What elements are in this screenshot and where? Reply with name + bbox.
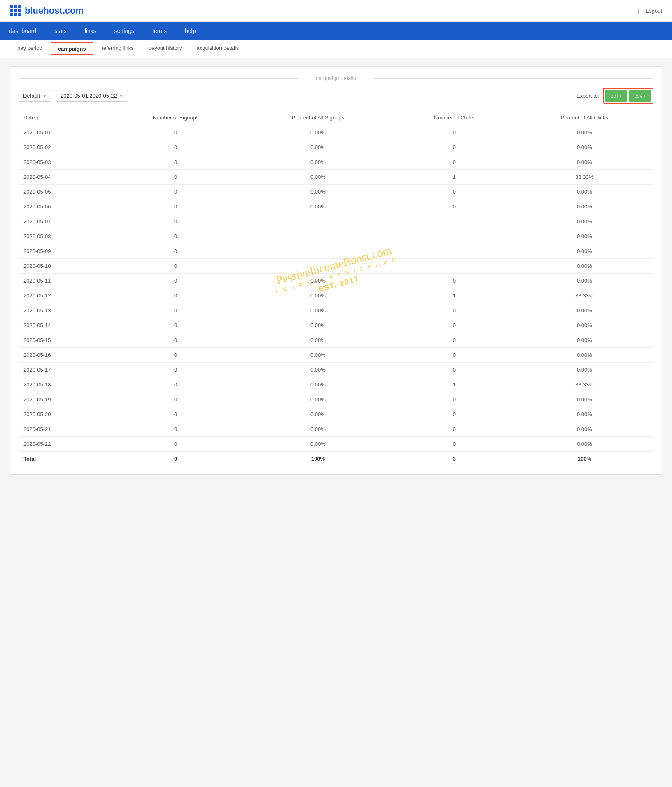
default-select-label: Default [23, 93, 40, 99]
cell-signups: 0 [108, 140, 243, 155]
default-select-arrow-icon: ▼ [42, 94, 47, 98]
cell-clicks: 0 [393, 274, 516, 288]
nav-item-terms[interactable]: terms [143, 22, 176, 40]
campaign-card-title: campaign details [19, 75, 653, 81]
subnav-payout-history[interactable]: payout history [141, 40, 189, 58]
table-row: 2020-05-02 0 0.00% 0 0.00% [19, 140, 653, 155]
subnav-referring-links[interactable]: referring links [94, 40, 141, 58]
cell-pct-clicks: 0.00% [516, 125, 653, 140]
cell-pct-clicks: 0.00% [516, 392, 653, 407]
cell-date: 2020-05-07 [19, 214, 108, 229]
cell-signups: 0 [108, 303, 243, 318]
cell-signups: 0 [108, 229, 243, 244]
cell-date: 2020-05-05 [19, 185, 108, 199]
cell-pct-clicks: 0.00% [516, 140, 653, 155]
cell-pct-signups: 0.00% [243, 274, 393, 288]
cell-clicks: 0 [393, 303, 516, 318]
subnav-pay-period[interactable]: pay period [10, 40, 50, 58]
cell-pct-clicks: 33.33% [516, 377, 653, 392]
cell-signups: 0 [108, 333, 243, 348]
cell-signups: 0 [108, 199, 243, 214]
cell-pct-signups: 0.00% [243, 185, 393, 199]
cell-date: 2020-05-12 [19, 288, 108, 303]
cell-pct-clicks: 0.00% [516, 407, 653, 422]
cell-clicks [393, 244, 516, 259]
cell-pct-signups: 0.00% [243, 422, 393, 437]
cell-clicks: 0 [393, 363, 516, 377]
cell-pct-clicks: 0.00% [516, 199, 653, 214]
cell-pct-clicks: 0.00% [516, 244, 653, 259]
nav-item-dashboard[interactable]: dashboard [0, 22, 45, 40]
cell-pct-signups: 0.00% [243, 155, 393, 170]
cell-clicks: 0 [393, 318, 516, 333]
default-select[interactable]: Default ▼ [19, 90, 51, 102]
col-date: Date ↓ [19, 110, 108, 125]
cell-pct-clicks: 0.00% [516, 274, 653, 288]
nav-item-links[interactable]: links [76, 22, 105, 40]
cell-date: 2020-05-22 [19, 437, 108, 452]
col-pct-signups: Percent of All Signups [243, 110, 393, 125]
nav-item-settings[interactable]: settings [105, 22, 143, 40]
cell-signups: 0 [108, 407, 243, 422]
cell-pct-signups: 0.00% [243, 140, 393, 155]
cell-clicks: 0 [393, 185, 516, 199]
csv-export-button[interactable]: csv › [629, 90, 651, 102]
cell-date: 2020-05-14 [19, 318, 108, 333]
nav-item-help[interactable]: help [176, 22, 205, 40]
cell-date: 2020-05-08 [19, 229, 108, 244]
cell-pct-clicks: 0.00% [516, 259, 653, 274]
table-row: 2020-05-18 0 0.00% 1 33.33% [19, 377, 653, 392]
cell-pct-clicks: 0.00% [516, 333, 653, 348]
table-row: 2020-05-10 0 0.00% [19, 259, 653, 274]
cell-pct-clicks: 0.00% [516, 363, 653, 377]
date-range-select[interactable]: 2020-05-01,2020-05-22 ▼ [56, 90, 128, 102]
cell-clicks [393, 259, 516, 274]
cell-pct-signups: 0.00% [243, 348, 393, 363]
table-row: 2020-05-21 0 0.00% 0 0.00% [19, 422, 653, 437]
cell-signups: 0 [108, 348, 243, 363]
table-row: 2020-05-13 0 0.00% 0 0.00% [19, 303, 653, 318]
cell-clicks: 0 [393, 333, 516, 348]
cell-pct-clicks: 0.00% [516, 422, 653, 437]
cell-date: 2020-05-17 [19, 363, 108, 377]
cell-pct-signups: 0.00% [243, 125, 393, 140]
cell-signups: 0 [108, 170, 243, 185]
cell-signups: 0 [108, 422, 243, 437]
date-range-arrow-icon: ▼ [119, 94, 124, 98]
subnav-acquisition-details[interactable]: acquisition details [189, 40, 247, 58]
logout-link[interactable]: Logout [646, 8, 662, 14]
cell-date: 2020-05-18 [19, 377, 108, 392]
cell-clicks: 0 [393, 125, 516, 140]
pdf-export-button[interactable]: pdf › [605, 90, 627, 102]
cell-pct-clicks: 0.00% [516, 214, 653, 229]
cell-clicks: 0 [393, 437, 516, 452]
cell-signups: 0 [108, 185, 243, 199]
cell-signups: 0 [108, 437, 243, 452]
total-signups: 0 [108, 452, 243, 466]
col-clicks: Number of Clicks [393, 110, 516, 125]
cell-clicks: 1 [393, 377, 516, 392]
cell-signups: 0 [108, 214, 243, 229]
brand-link[interactable]: bluehost.com [25, 5, 84, 16]
cell-pct-signups: 0.00% [243, 303, 393, 318]
table-row: 2020-05-05 0 0.00% 0 0.00% [19, 185, 653, 199]
cell-pct-clicks: 0.00% [516, 155, 653, 170]
cell-pct-clicks: 0.00% [516, 437, 653, 452]
cell-pct-clicks: 0.00% [516, 348, 653, 363]
toolbar-right: Export to: pdf › csv › [576, 88, 653, 104]
cell-pct-signups [243, 214, 393, 229]
cell-date: 2020-05-04 [19, 170, 108, 185]
cell-pct-clicks: 0.00% [516, 229, 653, 244]
main-nav: dashboard stats links settings terms hel… [0, 22, 672, 40]
cell-signups: 0 [108, 244, 243, 259]
cell-date: 2020-05-19 [19, 392, 108, 407]
header-right: | Logout [638, 8, 662, 14]
table-row: 2020-05-20 0 0.00% 0 0.00% [19, 407, 653, 422]
brand-grid-icon [10, 5, 21, 16]
cell-pct-clicks: 33.33% [516, 288, 653, 303]
total-label: Total [19, 452, 108, 466]
table-row: 2020-05-14 0 0.00% 0 0.00% [19, 318, 653, 333]
subnav-campaigns[interactable]: campaigns [51, 42, 93, 55]
nav-item-stats[interactable]: stats [45, 22, 76, 40]
table-row: 2020-05-04 0 0.00% 1 33.33% [19, 170, 653, 185]
